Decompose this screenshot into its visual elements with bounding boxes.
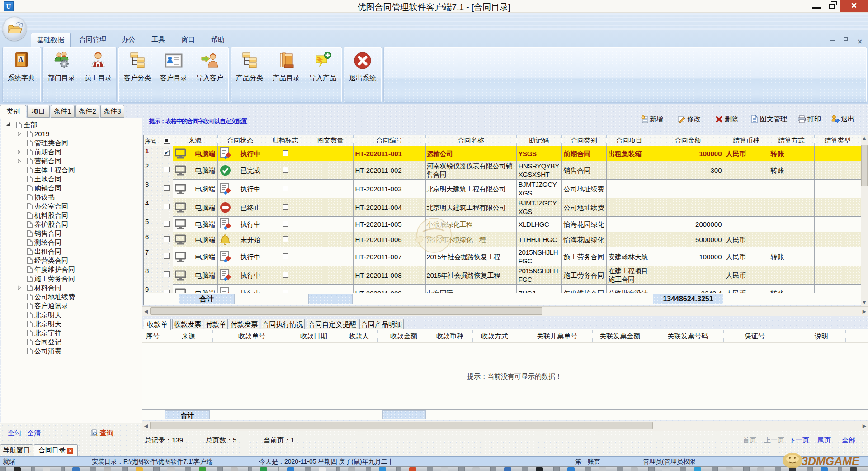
svg-text:3DMGAME: 3DMGAME — [802, 455, 860, 467]
svg-text:A: A — [19, 56, 24, 63]
